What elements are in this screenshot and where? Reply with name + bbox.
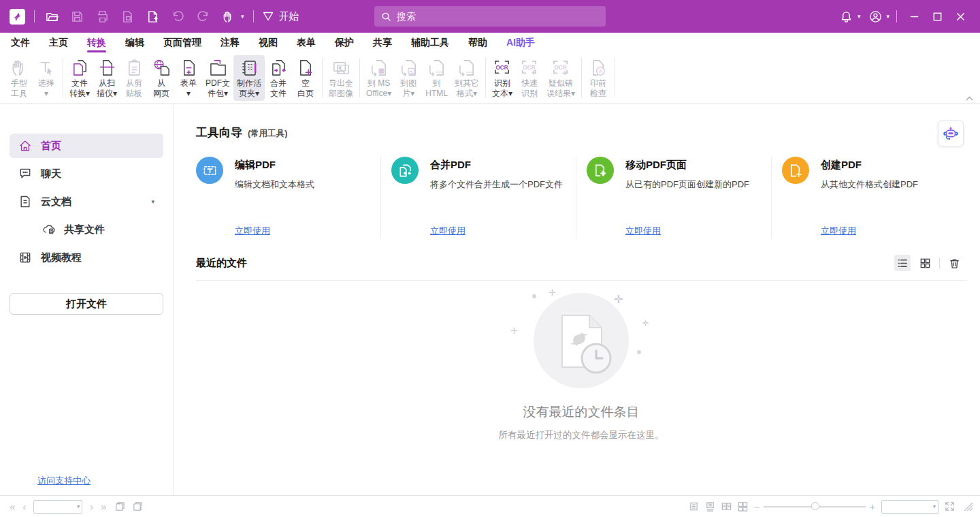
hand-mode-button[interactable] [220, 8, 236, 25]
tab-share[interactable]: 共享 [373, 33, 392, 53]
tools-section-subtitle: (常用工具) [248, 128, 287, 140]
zoom-level-input[interactable] [884, 502, 933, 512]
tab-form[interactable]: 表单 [297, 33, 316, 53]
card-title: 移动PDF页面 [625, 159, 749, 172]
resize-grip[interactable] [964, 502, 973, 512]
notifications-dropdown-icon[interactable]: ▾ [858, 13, 861, 20]
ribbon-recognize-text[interactable]: 识别 文本▾ [489, 55, 516, 101]
prev-page-button[interactable]: ‹ [22, 501, 26, 512]
use-now-link[interactable]: 立即使用 [430, 225, 563, 238]
tab-ai-assistant[interactable]: AI助手 [506, 33, 535, 53]
card-merge-pdf[interactable]: 合并PDF 将多个文件合并生成一个PDF文件 立即使用 [380, 157, 576, 238]
card-move-pdf-pages[interactable]: 移动PDF页面 从已有的PDF页面创建新的PDF 立即使用 [576, 157, 771, 238]
email-doc-button [119, 8, 135, 25]
tab-help[interactable]: 帮助 [468, 33, 487, 53]
tab-accessibility[interactable]: 辅助工具 [411, 33, 449, 53]
sidebar-item-home[interactable]: 首页 [10, 134, 163, 158]
clipboard-icon [125, 59, 144, 77]
zoom-slider[interactable]: − + [754, 501, 875, 512]
ribbon-make-booklet[interactable]: 制作活 页夹▾ [233, 55, 265, 101]
preflight-icon [589, 59, 607, 77]
card-edit-pdf[interactable]: 编辑PDF 编辑文档和文本格式 立即使用 [196, 157, 380, 238]
fullscreen-button[interactable] [945, 501, 955, 512]
clear-recent-button[interactable] [946, 255, 962, 271]
sidebar-item-chat[interactable]: 聊天 [10, 161, 163, 186]
page-number-input[interactable] [36, 502, 77, 512]
tab-home[interactable]: 主页 [49, 33, 68, 53]
tab-comment[interactable]: 注释 [220, 33, 240, 53]
ribbon-form[interactable]: 表单 ▾ [175, 55, 202, 101]
form-icon [180, 59, 198, 77]
grid-view-button[interactable] [917, 255, 933, 271]
list-view-button[interactable] [894, 255, 911, 271]
card-create-pdf[interactable]: 创建PDF 从其他文件格式创建PDF 立即使用 [771, 157, 966, 238]
ribbon-export-all-images: 导出全 部图像 [325, 55, 357, 101]
account-dropdown-icon[interactable]: ▾ [886, 13, 889, 20]
open-file-panel-button[interactable]: 打开文件 [10, 293, 163, 315]
next-page-button[interactable]: › [90, 501, 93, 512]
chat-icon [18, 167, 32, 181]
search-input[interactable] [397, 11, 599, 22]
empty-illustration: ✛ ✛ ✛ ✛ [506, 286, 656, 395]
page-number-box: ▾ [33, 500, 82, 514]
card-title: 编辑PDF [235, 159, 314, 172]
first-page-button[interactable]: « [10, 501, 15, 512]
sidebar-item-shared-files[interactable]: 共享文件 [33, 217, 163, 242]
tab-protect[interactable]: 保护 [335, 33, 354, 53]
tab-edit[interactable]: 编辑 [125, 33, 144, 53]
continuous-view-button[interactable] [705, 501, 715, 512]
zoom-slider-track[interactable] [764, 506, 866, 507]
tab-file[interactable]: 文件 [11, 33, 30, 53]
ribbon-convert: 手型 工具 选择 ▾ 文件 转换▾ 从扫 描仪▾ 从剪 贴板 从 网页 表单 ▾… [0, 53, 980, 104]
facing-view-button[interactable] [721, 501, 732, 512]
ribbon-combine-files[interactable]: 合并 文件 [265, 55, 292, 101]
export-images-icon [332, 59, 350, 77]
ribbon-from-web[interactable]: 从 网页 [148, 55, 175, 101]
create-pdf-button[interactable] [144, 8, 161, 25]
app-logo-icon [10, 9, 25, 25]
last-page-button[interactable]: » [101, 501, 106, 512]
sidebar-item-video-tutorials[interactable]: 视频教程 [10, 245, 163, 270]
tab-organize[interactable]: 页面管理 [163, 33, 201, 53]
open-file-button[interactable] [44, 8, 60, 25]
zoom-in-button[interactable]: + [870, 501, 875, 512]
use-now-link[interactable]: 立即使用 [235, 225, 314, 238]
sidebar-item-label: 首页 [41, 140, 61, 153]
support-center-link[interactable]: 访问支持中心 [37, 475, 91, 487]
zoom-slider-thumb[interactable] [811, 502, 819, 510]
single-page-view-button[interactable] [689, 501, 699, 512]
foxit-pdf-editor-window: ▾ 开始 ▾ ▾ 文件 主页 转换 编辑 [0, 0, 980, 517]
collapse-caret-icon[interactable]: ▾ [151, 198, 154, 205]
card-description: 将多个文件合并生成一个PDF文件 [430, 178, 563, 191]
edit-pdf-icon [196, 157, 223, 184]
ribbon-file-convert[interactable]: 文件 转换▾ [66, 55, 93, 101]
ribbon-from-scanner[interactable]: 从扫 描仪▾ [93, 55, 120, 101]
start-tab-button[interactable]: 开始 [263, 10, 299, 23]
hand-mode-dropdown-icon[interactable]: ▾ [241, 13, 244, 20]
use-now-link[interactable]: 立即使用 [821, 225, 918, 238]
zoom-dropdown-icon[interactable]: ▾ [933, 503, 936, 510]
sidebar-item-label: 聊天 [41, 168, 61, 181]
search-box[interactable] [374, 6, 606, 27]
page-dropdown-icon[interactable]: ▾ [77, 503, 80, 510]
account-button[interactable] [867, 8, 883, 25]
recent-files-title: 最近的文件 [196, 257, 247, 270]
ribbon-pdf-portfolio[interactable]: PDF文 件包▾ [202, 55, 233, 101]
zoom-out-button[interactable]: − [754, 501, 760, 512]
prev-view-button[interactable] [114, 501, 125, 512]
ribbon-blank-page[interactable]: 空 白页 [292, 55, 319, 101]
notifications-button[interactable] [838, 8, 855, 25]
continuous-facing-view-button[interactable] [738, 501, 748, 512]
sidebar-item-cloud-docs[interactable]: 云文档 ▾ [10, 189, 163, 214]
close-button[interactable] [950, 6, 970, 27]
next-view-button[interactable] [132, 501, 142, 512]
minimize-button[interactable] [904, 6, 924, 27]
collapse-ribbon-button[interactable] [966, 96, 973, 101]
ai-assistant-button[interactable] [938, 121, 964, 146]
maximize-button[interactable] [927, 6, 947, 27]
tab-convert[interactable]: 转换 [87, 33, 106, 53]
use-now-link[interactable]: 立即使用 [625, 225, 749, 238]
sidebar-item-label: 视频教程 [41, 251, 82, 264]
tab-view[interactable]: 视图 [259, 33, 278, 53]
toolbar-separator [939, 257, 940, 268]
